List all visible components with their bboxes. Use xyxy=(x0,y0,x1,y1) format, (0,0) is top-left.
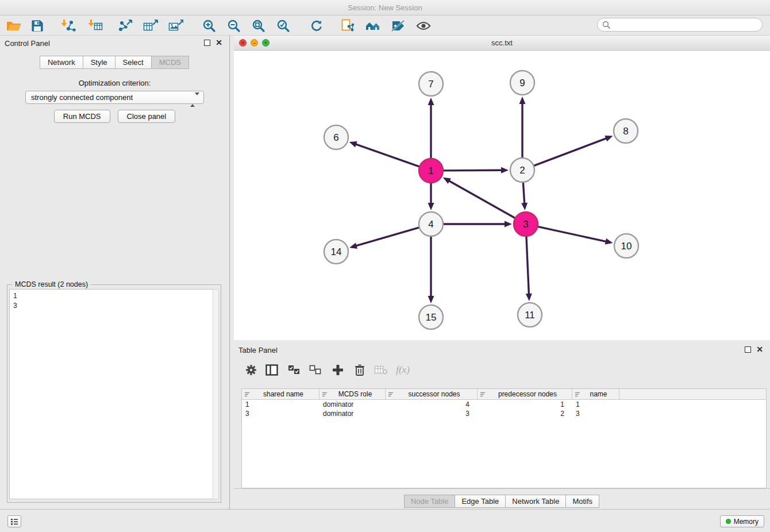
tab-network-table[interactable]: Network Table xyxy=(505,495,566,508)
maximize-window-icon[interactable]: + xyxy=(262,39,270,47)
delete-column-trash-icon[interactable] xyxy=(351,361,369,379)
network-from-clipboard-icon[interactable] xyxy=(339,18,356,34)
open-session-icon[interactable] xyxy=(5,18,22,34)
search-input[interactable] xyxy=(614,21,757,29)
edge-2-8[interactable] xyxy=(534,138,607,165)
export-image-icon[interactable] xyxy=(167,18,184,34)
cell-predecessor-nodes[interactable]: 1 xyxy=(478,400,572,408)
cell-successor-nodes[interactable]: 4 xyxy=(386,400,478,408)
graph-node-9[interactable]: 9 xyxy=(510,71,534,95)
result-scrollbar[interactable] xyxy=(213,289,219,499)
search-box[interactable] xyxy=(597,18,763,32)
export-table-icon[interactable] xyxy=(142,18,159,34)
column-header-mcds-role[interactable]: MCDS role xyxy=(319,389,386,399)
minimize-window-icon[interactable]: – xyxy=(251,39,258,47)
result-line: 1 xyxy=(13,291,209,301)
graph-node-6[interactable]: 6 xyxy=(324,125,348,149)
import-table-icon[interactable] xyxy=(87,18,104,34)
column-header-name[interactable]: name xyxy=(572,389,619,399)
table-float-panel-icon[interactable] xyxy=(745,346,751,353)
save-session-icon[interactable] xyxy=(29,18,46,34)
edge-2-3[interactable] xyxy=(523,182,524,204)
edge-3-10[interactable] xyxy=(538,226,607,241)
zoom-fit-icon[interactable] xyxy=(250,18,267,34)
edge-arrowhead xyxy=(605,136,613,141)
tab-mcds[interactable]: MCDS xyxy=(151,56,189,69)
select-all-icon[interactable] xyxy=(285,361,303,379)
mcds-result-text[interactable]: 13 xyxy=(9,289,213,499)
sort-icon[interactable] xyxy=(480,392,486,397)
edge-3-11[interactable] xyxy=(526,236,529,295)
unchecked-boxes-glyph xyxy=(309,365,322,375)
cell-shared-name[interactable]: 1 xyxy=(242,400,319,408)
show-details-eye-icon[interactable] xyxy=(415,18,432,34)
tab-select[interactable]: Select xyxy=(115,56,152,69)
unselect-all-icon[interactable] xyxy=(306,361,325,379)
function-builder-icon[interactable]: f(x) xyxy=(394,361,412,379)
export-network-icon[interactable] xyxy=(117,18,134,34)
tab-edge-table[interactable]: Edge Table xyxy=(455,495,506,508)
zoom-in-icon[interactable] xyxy=(201,18,218,34)
table-close-panel-icon[interactable]: ✕ xyxy=(756,345,763,354)
sort-icon[interactable] xyxy=(322,392,328,397)
optimization-select[interactable]: strongly connected component xyxy=(25,91,204,104)
delete-table-icon[interactable] xyxy=(372,361,390,379)
edge-arrowhead xyxy=(526,294,532,301)
memory-button[interactable]: Memory xyxy=(720,515,764,527)
graph-node-8[interactable]: 8 xyxy=(614,119,638,143)
home-neighbors-icon[interactable] xyxy=(364,18,382,34)
graph-node-1[interactable]: 1 xyxy=(419,159,443,183)
sort-icon[interactable] xyxy=(575,392,580,397)
show-columns-icon[interactable] xyxy=(263,361,281,379)
sort-icon[interactable] xyxy=(388,392,394,397)
node-table[interactable]: shared nameMCDS rolesuccessor nodesprede… xyxy=(241,388,767,488)
graph-node-10[interactable]: 10 xyxy=(614,234,638,258)
graph-node-15[interactable]: 15 xyxy=(419,305,443,329)
cell-name[interactable]: 3 xyxy=(572,410,619,418)
edge-3-1[interactable] xyxy=(448,180,515,218)
sort-icon[interactable] xyxy=(244,392,250,397)
cell-successor-nodes[interactable]: 3 xyxy=(386,410,478,418)
cell-name[interactable]: 1 xyxy=(572,400,619,408)
column-header-predecessor-nodes[interactable]: predecessor nodes xyxy=(478,389,572,399)
edge-1-6[interactable] xyxy=(355,144,419,167)
table-panel: Table Panel ✕ xyxy=(234,342,770,509)
cell-predecessor-nodes[interactable]: 2 xyxy=(478,410,572,418)
cell-mcds-role[interactable]: dominator xyxy=(319,410,386,418)
graph-node-4[interactable]: 4 xyxy=(419,212,443,236)
cell-shared-name[interactable]: 3 xyxy=(242,410,319,418)
run-mcds-button[interactable]: Run MCDS xyxy=(54,110,110,123)
annotation-icon[interactable] xyxy=(390,18,407,34)
graph-node-14[interactable]: 14 xyxy=(324,240,348,264)
annotation-glyph xyxy=(391,19,406,33)
tab-style[interactable]: Style xyxy=(83,56,116,69)
svg-text:3: 3 xyxy=(523,219,528,230)
tab-motifs[interactable]: Motifs xyxy=(565,495,599,508)
close-window-icon[interactable]: ✕ xyxy=(239,39,247,47)
show-panels-button[interactable] xyxy=(7,515,21,527)
zoom-out-icon[interactable] xyxy=(225,18,242,34)
table-settings-gear-icon[interactable] xyxy=(242,361,260,379)
tab-network[interactable]: Network xyxy=(40,56,83,69)
graph-node-3[interactable]: 3 xyxy=(514,212,538,236)
table-row[interactable]: 3dominator323 xyxy=(242,409,766,418)
list-icon xyxy=(10,518,18,525)
close-panel-icon[interactable]: ✕ xyxy=(215,38,222,47)
close-panel-button[interactable]: Close panel xyxy=(118,110,176,123)
table-row[interactable]: 1dominator411 xyxy=(242,400,766,409)
edge-1-2[interactable] xyxy=(443,170,502,171)
add-column-icon[interactable] xyxy=(329,361,347,379)
edge-4-14[interactable] xyxy=(356,228,419,246)
tab-node-table[interactable]: Node Table xyxy=(404,495,456,508)
refresh-layout-icon[interactable] xyxy=(308,18,325,34)
graph-node-7[interactable]: 7 xyxy=(419,72,443,96)
float-panel-icon[interactable] xyxy=(204,40,210,46)
graph-node-2[interactable]: 2 xyxy=(510,158,534,182)
import-network-icon[interactable] xyxy=(60,18,77,34)
column-header-successor-nodes[interactable]: successor nodes xyxy=(386,389,478,399)
zoom-selected-icon[interactable] xyxy=(275,18,292,34)
network-graph[interactable]: 7968124314101511 xyxy=(234,51,770,340)
graph-node-11[interactable]: 11 xyxy=(518,303,542,327)
column-header-shared-name[interactable]: shared name xyxy=(242,389,319,399)
cell-mcds-role[interactable]: dominator xyxy=(319,400,386,408)
